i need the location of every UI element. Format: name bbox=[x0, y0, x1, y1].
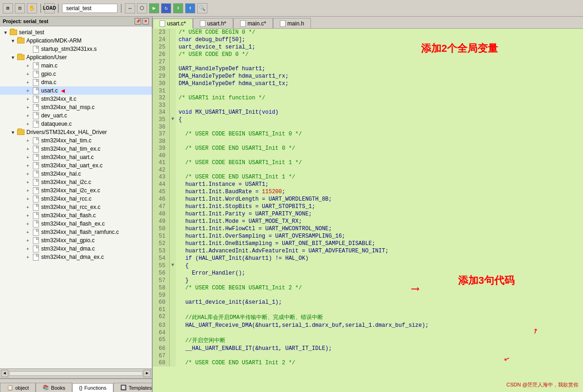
code-text[interactable] bbox=[176, 102, 583, 109]
code-text[interactable]: void MX_USART1_UART_Init(void) bbox=[176, 109, 583, 116]
expand-icon[interactable]: + bbox=[24, 72, 31, 77]
code-text[interactable] bbox=[176, 166, 583, 173]
close-button[interactable]: ✕ bbox=[143, 18, 149, 24]
code-text[interactable]: /* USER CODE BEGIN 0 */ bbox=[176, 29, 583, 36]
expand-icon[interactable]: + bbox=[24, 163, 31, 168]
expand-icon[interactable]: ▼ bbox=[9, 130, 17, 135]
toolbar-icon-load[interactable]: LOAD bbox=[44, 3, 55, 13]
code-text[interactable]: HAL_UART_Receive_DMA(&huart1,serial_1.dm… bbox=[176, 322, 583, 329]
toolbar-flash-green[interactable]: ⬇ bbox=[173, 3, 183, 13]
toolbar-icon-1[interactable]: ⊞ bbox=[3, 3, 13, 13]
tree-item-hal-uart-ex[interactable]: + stm32l4xx_hal_uart_ex.c bbox=[0, 161, 152, 170]
code-text[interactable] bbox=[176, 152, 583, 159]
toolbar-compile-green[interactable]: ▶ bbox=[149, 3, 159, 13]
tree-item-usart-c[interactable]: + usart.c ◄ bbox=[0, 86, 152, 95]
expand-icon[interactable]: + bbox=[24, 205, 31, 210]
code-text[interactable] bbox=[176, 329, 583, 336]
toolbar-icon-5[interactable]: ⬡ bbox=[137, 3, 147, 13]
code-scroll[interactable]: 23/* USER CODE BEGIN 0 */24char debug_bu… bbox=[153, 29, 583, 392]
file-tab-main-c[interactable]: main.c* bbox=[233, 18, 273, 28]
code-text[interactable]: huart1.AdvancedInit.AdvFeatureInit = UAR… bbox=[176, 247, 583, 255]
tree-item-dma-c[interactable]: + dma.c bbox=[0, 78, 152, 86]
tree-item-hal-flash[interactable]: + stm32l4xx_hal_flash.c bbox=[0, 211, 152, 220]
expand-icon[interactable]: + bbox=[24, 188, 31, 193]
expand-icon[interactable]: ▼ bbox=[9, 38, 17, 43]
tree-item-hal-i2c[interactable]: + stm32l4xx_hal_i2c.c bbox=[0, 178, 152, 186]
expand-icon[interactable]: + bbox=[24, 122, 31, 127]
code-text[interactable]: //此HAL库会开启DMA半传输中断、完成中断、错误中断 bbox=[176, 313, 583, 322]
tree-item-hal-rcc[interactable]: + stm32l4xx_hal_rcc.c bbox=[0, 195, 152, 203]
expand-icon[interactable]: + bbox=[24, 180, 31, 185]
code-text[interactable] bbox=[176, 138, 583, 145]
code-text[interactable] bbox=[176, 123, 583, 130]
file-tab-usart-c[interactable]: usart.c* bbox=[153, 18, 193, 29]
code-text[interactable]: DMA_HandleTypeDef hdma_usart1_rx; bbox=[176, 73, 583, 80]
collapse-icon[interactable]: ▼ bbox=[169, 116, 176, 123]
tree-item-hal-flash-ex[interactable]: + stm32l4xx_hal_flash_ex.c bbox=[0, 220, 152, 228]
file-tab-usart-h[interactable]: usart.h* bbox=[193, 18, 233, 28]
tree-item-dev-uart-c[interactable]: + dev_uart.c bbox=[0, 111, 152, 120]
tree-item-hal-gpio[interactable]: + stm32l4xx_hal_gpio.c bbox=[0, 236, 152, 245]
scroll-right-btn[interactable]: ► bbox=[143, 370, 151, 377]
code-text[interactable]: DMA_HandleTypeDef hdma_usart1_tx; bbox=[176, 80, 583, 87]
code-text[interactable]: huart1.Init.StopBits = UART_STOPBITS_1; bbox=[176, 203, 583, 210]
toolbar-debug[interactable]: 🔍 bbox=[197, 3, 207, 13]
code-text[interactable]: //开启空闲中断 bbox=[176, 336, 583, 345]
tree-item-hal-tim[interactable]: + stm32l4xx_hal_tim.c bbox=[0, 136, 152, 145]
expand-icon[interactable]: + bbox=[24, 255, 31, 260]
tree-item-hal-flash-ramfunc[interactable]: + stm32l4xx_hal_flash_ramfunc.c bbox=[0, 228, 152, 236]
tree-item-hal-dma[interactable]: + stm32l4xx_hal_dma.c bbox=[0, 245, 152, 253]
tree-item-it-c[interactable]: + stm32l4xx_it.c bbox=[0, 95, 152, 103]
tree-item-msp-c[interactable]: + stm32l4xx_hal_msp.c bbox=[0, 103, 152, 111]
tree-item-startup[interactable]: startup_stm32l431xx.s bbox=[0, 45, 152, 53]
toolbar-icon-2[interactable]: ⊟ bbox=[15, 3, 25, 13]
code-text[interactable]: __HAL_UART_ENABLE_IT(&huart1, UART_IT_ID… bbox=[176, 345, 583, 352]
code-text[interactable] bbox=[176, 352, 583, 359]
expand-icon[interactable]: ▼ bbox=[2, 30, 9, 35]
project-tree[interactable]: ▼ serial_test ▼ Application/MDK-ARM star… bbox=[0, 26, 152, 368]
code-text[interactable]: char debug_buff[50]; bbox=[176, 36, 583, 43]
expand-icon[interactable]: + bbox=[24, 88, 31, 93]
scroll-left-btn[interactable]: ◄ bbox=[1, 370, 8, 377]
tree-item-app-mdk[interactable]: ▼ Application/MDK-ARM bbox=[0, 37, 152, 45]
tree-item-hal-tim-ex[interactable]: + stm32l4xx_hal_tim_ex.c bbox=[0, 145, 152, 153]
code-text[interactable]: /* USER CODE BEGIN USART1_Init 2 */ bbox=[176, 284, 583, 292]
tab-functions[interactable]: {} Functions bbox=[72, 383, 113, 392]
tree-item-drivers-folder[interactable]: ▼ Drivers/STM32L4xx_HAL_Driver bbox=[0, 128, 152, 136]
code-text[interactable]: /* USER CODE END USART1_Init 1 */ bbox=[176, 173, 583, 181]
tree-item-hal-i2c-ex[interactable]: + stm32l4xx_hal_i2c_ex.c bbox=[0, 186, 152, 195]
expand-icon[interactable]: + bbox=[24, 172, 31, 177]
code-text[interactable]: { bbox=[176, 262, 583, 270]
code-text[interactable]: huart1.Init.WordLength = UART_WORDLENGTH… bbox=[176, 196, 583, 203]
expand-icon[interactable]: + bbox=[24, 238, 31, 243]
expand-icon[interactable]: + bbox=[24, 221, 31, 227]
expand-icon[interactable]: + bbox=[24, 63, 31, 68]
code-text[interactable]: /* USART1 init function */ bbox=[176, 94, 583, 102]
expand-icon[interactable]: + bbox=[24, 138, 31, 143]
tree-item-root[interactable]: ▼ serial_test bbox=[0, 28, 152, 37]
code-text[interactable]: uart1_device_init(&serial_1); bbox=[176, 299, 583, 306]
toolbar-compile-blue[interactable]: ↻ bbox=[161, 3, 171, 13]
pin-button[interactable]: 📌 bbox=[135, 18, 141, 24]
code-text[interactable] bbox=[176, 306, 583, 313]
code-text[interactable]: Error_Handler(); bbox=[176, 270, 583, 277]
expand-icon[interactable]: + bbox=[24, 97, 31, 102]
tab-templates[interactable]: 🔲 Templates bbox=[113, 383, 153, 392]
expand-icon[interactable]: + bbox=[24, 105, 31, 110]
collapse-icon[interactable]: ▼ bbox=[169, 262, 176, 270]
tree-item-app-user[interactable]: ▼ Application/User bbox=[0, 53, 152, 61]
expand-icon[interactable]: + bbox=[24, 80, 31, 85]
expand-icon[interactable]: + bbox=[24, 246, 31, 251]
expand-icon[interactable]: + bbox=[24, 196, 31, 202]
tree-item-gpio-c[interactable]: + gpio.c bbox=[0, 70, 152, 78]
tree-item-hal-rcc-ex[interactable]: + stm32l4xx_hal_rcc_ex.c bbox=[0, 203, 152, 211]
code-text[interactable]: /* USER CODE BEGIN USART1_Init 0 */ bbox=[176, 130, 583, 138]
code-text[interactable]: huart1.Init.HwFlowCtl = UART_HWCONTROL_N… bbox=[176, 225, 583, 233]
toolbar-icon-hand[interactable]: ✋ bbox=[27, 3, 37, 13]
code-text[interactable]: huart1.Init.Mode = UART_MODE_TX_RX; bbox=[176, 218, 583, 225]
expand-icon[interactable]: + bbox=[24, 155, 31, 160]
code-text[interactable]: /* USER CODE END USART1 Init 2 */ bbox=[176, 359, 583, 367]
expand-icon[interactable]: + bbox=[24, 230, 31, 235]
code-text[interactable]: huart1.Init.OneBitSampling = UART_ONE_BI… bbox=[176, 240, 583, 247]
file-tab-main-h[interactable]: main.h bbox=[273, 18, 311, 28]
